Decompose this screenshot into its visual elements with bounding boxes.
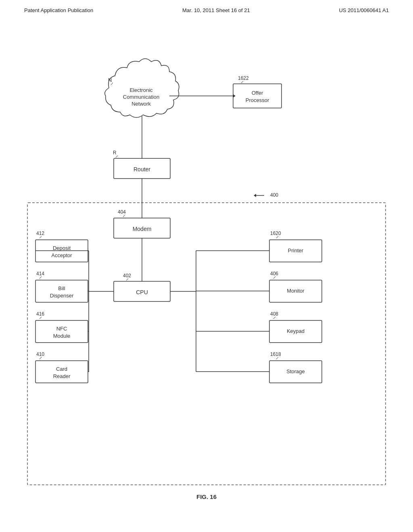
ecn-node: N Electronic Communication Network <box>105 59 179 118</box>
svg-text:Acceptor: Acceptor <box>51 252 72 258</box>
svg-text:Keypad: Keypad <box>287 328 305 334</box>
svg-text:1622: 1622 <box>238 75 249 81</box>
svg-text:NFC: NFC <box>56 326 67 332</box>
svg-text:Communication: Communication <box>123 94 159 100</box>
svg-text:404: 404 <box>118 209 126 215</box>
svg-text:Offer: Offer <box>252 90 263 96</box>
header-left: Patent Application Publication <box>24 7 93 13</box>
svg-text:414: 414 <box>36 271 44 276</box>
diagram-area: N Electronic Communication Network 1622 … <box>0 17 413 509</box>
keypad-node: 408 Keypad <box>269 311 322 343</box>
svg-text:Deposit: Deposit <box>53 245 71 251</box>
svg-text:Router: Router <box>133 166 150 172</box>
header-middle: Mar. 10, 2011 Sheet 16 of 21 <box>182 7 250 13</box>
svg-text:R: R <box>113 150 117 156</box>
svg-text:Bill: Bill <box>58 285 65 291</box>
svg-text:402: 402 <box>123 273 131 278</box>
bill-dispenser-node: 414 Bill Dispenser <box>35 271 88 302</box>
svg-text:1618: 1618 <box>270 351 281 357</box>
svg-text:N: N <box>108 77 112 83</box>
svg-text:Electronic: Electronic <box>129 87 153 93</box>
printer-node: 1620 Printer <box>269 231 322 262</box>
svg-text:CPU: CPU <box>136 289 148 295</box>
card-reader-node: 410 Card Reader <box>35 351 88 383</box>
svg-text:Dispenser: Dispenser <box>50 293 74 299</box>
svg-text:412: 412 <box>36 231 44 236</box>
diagram-svg: N Electronic Communication Network 1622 … <box>0 17 413 509</box>
svg-text:Reader: Reader <box>53 373 71 379</box>
svg-text:408: 408 <box>270 311 278 317</box>
storage-node: 1618 Storage <box>269 351 322 383</box>
router-node: R Router <box>113 150 170 179</box>
svg-text:406: 406 <box>270 271 278 276</box>
monitor-node: 406 Monitor <box>269 271 322 302</box>
svg-text:Network: Network <box>131 101 151 107</box>
nfc-module-node: 416 NFC Module <box>35 311 88 343</box>
offer-processor-node: 1622 Offer Processor <box>233 75 282 108</box>
deposit-acceptor-node: 412 Deposit Acceptor <box>35 231 88 262</box>
svg-text:Module: Module <box>53 333 71 339</box>
header-right: US 2011/0060641 A1 <box>339 7 389 13</box>
svg-text:Modem: Modem <box>133 226 152 232</box>
svg-text:410: 410 <box>36 351 44 357</box>
svg-text:416: 416 <box>36 311 44 317</box>
svg-marker-15 <box>254 194 256 197</box>
svg-text:400: 400 <box>270 192 278 198</box>
svg-text:FIG. 16: FIG. 16 <box>196 493 217 500</box>
svg-text:1620: 1620 <box>270 231 281 236</box>
page-header: Patent Application Publication Mar. 10, … <box>0 0 413 13</box>
svg-text:Storage: Storage <box>286 368 305 374</box>
svg-text:Monitor: Monitor <box>287 288 305 294</box>
svg-text:Card: Card <box>56 366 67 372</box>
svg-rect-5 <box>233 84 282 108</box>
svg-text:Processor: Processor <box>246 97 269 103</box>
svg-text:Printer: Printer <box>288 247 304 254</box>
